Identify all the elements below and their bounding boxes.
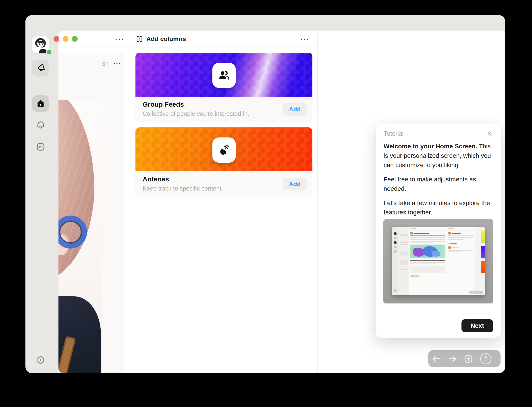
column-divider	[130, 31, 130, 373]
add-column-button[interactable]	[460, 350, 477, 367]
columns-icon	[136, 36, 143, 42]
close-window-button[interactable]	[54, 36, 59, 42]
tutorial-next-button[interactable]: Next	[462, 319, 493, 332]
tutorial-screenshot: Thread All replies	[383, 219, 493, 304]
post-more-button[interactable]: ···	[113, 60, 122, 67]
sidebar-item-home[interactable]	[32, 95, 49, 112]
tutorial-popover: Tutorial Welcome to your Home Screen. Th…	[376, 124, 501, 338]
quick-nav-bar: ?	[428, 350, 501, 367]
mini-column-previews	[481, 230, 485, 276]
group-icon	[218, 69, 231, 82]
settings-icon	[36, 355, 45, 365]
group-feeds-banner	[135, 53, 313, 97]
antenas-banner	[135, 127, 313, 171]
tutorial-paragraph: Let's take a few minutes to explore the …	[383, 198, 494, 217]
sidebar	[25, 15, 58, 373]
group-feeds-description: Collective of people you're interested i…	[143, 110, 249, 117]
mini-app-window: Thread All replies	[392, 227, 485, 295]
add-antenas-button[interactable]: Add	[282, 178, 307, 190]
add-group-feeds-button[interactable]: Add	[282, 103, 307, 116]
app-window: ··· 3h ··· Add columns	[25, 15, 505, 373]
post-timestamp: 3h	[102, 61, 109, 67]
mini-sidebar	[392, 227, 399, 295]
help-icon: ?	[480, 353, 491, 364]
artwork-hair-strands	[58, 104, 102, 296]
sidebar-item-settings[interactable]	[32, 352, 49, 368]
close-tutorial-button[interactable]	[486, 130, 493, 137]
help-button[interactable]: ?	[478, 350, 494, 367]
tutorial-paragraph: Welcome to your Home Screen. This is you…	[383, 142, 494, 170]
arrow-right-icon	[447, 354, 457, 364]
close-icon	[486, 130, 493, 137]
column-divider	[317, 31, 318, 373]
minimize-window-button[interactable]	[63, 36, 69, 42]
tutorial-paragraph: Feel free to make adjustments as needed.	[383, 175, 494, 194]
group-feeds-info: Group Feeds Collective of people you're …	[135, 97, 313, 122]
window-controls	[54, 36, 78, 42]
antenna-icon	[218, 144, 231, 157]
mini-column-a	[399, 227, 409, 295]
group-feeds-card: Group Feeds Collective of people you're …	[135, 53, 313, 122]
sidebar-item-notifications[interactable]	[32, 117, 49, 133]
home-icon	[36, 99, 46, 109]
tutorial-body: Welcome to your Home Screen. This is you…	[383, 142, 494, 222]
back-button[interactable]	[428, 350, 444, 367]
tutorial-title: Tutorial	[383, 130, 403, 137]
forward-button[interactable]	[444, 350, 460, 367]
mini-post-image	[410, 244, 446, 258]
antenas-description: Keep track to specific content.	[143, 185, 223, 192]
zoom-window-button[interactable]	[72, 36, 78, 42]
antenas-tile	[212, 137, 236, 163]
group-feeds-title: Group Feeds	[143, 101, 184, 108]
post-image[interactable]	[58, 100, 102, 373]
megaphone-icon	[36, 63, 45, 73]
add-columns-title: Add columns	[146, 35, 186, 43]
plus-square-icon	[463, 354, 474, 364]
add-columns-options-button[interactable]: ···	[300, 36, 310, 43]
group-feeds-tile	[212, 63, 236, 88]
bell-icon	[36, 120, 45, 130]
add-columns-header: Add columns ···	[130, 31, 317, 48]
column-options-button[interactable]: ···	[115, 36, 125, 43]
antenas-info: Antenas Keep track to specific content. …	[135, 171, 313, 197]
mini-quick-nav	[469, 290, 483, 294]
sidebar-item-announcements[interactable]	[32, 60, 49, 77]
mini-thread-column-2: Thread All replies	[447, 227, 475, 295]
antenas-card: Antenas Keep track to specific content. …	[135, 127, 313, 197]
terminal-icon	[36, 142, 45, 151]
quick-nav-divider	[477, 352, 477, 365]
online-status-dot	[46, 49, 52, 55]
sidebar-item-console[interactable]	[32, 138, 49, 155]
sidebar-divider	[33, 86, 48, 86]
antenas-title: Antenas	[143, 175, 169, 183]
post-card: 3h ···	[58, 53, 124, 373]
arrow-left-icon	[431, 354, 441, 364]
mini-thread-column: Thread All replies	[409, 227, 447, 295]
